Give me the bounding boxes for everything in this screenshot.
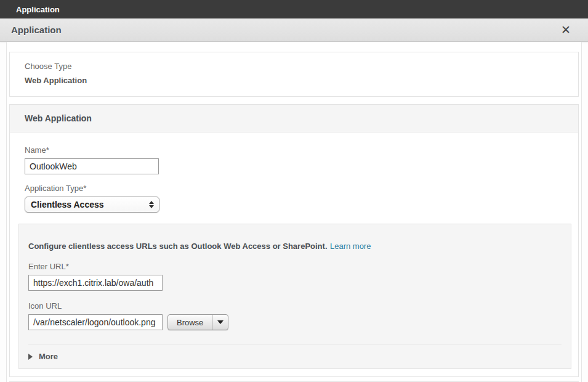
chevron-right-icon (28, 354, 33, 360)
learn-more-link[interactable]: Learn more (330, 242, 371, 251)
enter-url-input[interactable] (28, 275, 163, 291)
icon-url-label: Icon URL (28, 301, 562, 311)
select-stepper-icon (149, 201, 154, 208)
web-application-panel-title: Web Application (25, 113, 92, 123)
top-bar: Application (0, 0, 588, 18)
web-application-panel: Web Application Name* Application Type* … (9, 104, 579, 377)
clientless-access-section: Configure clientless access URLs such as… (18, 224, 571, 369)
choose-type-label: Choose Type (25, 62, 563, 71)
application-type-select[interactable]: Clientless Access (25, 197, 159, 213)
web-application-panel-header: Web Application (10, 105, 578, 132)
page-title: Application (11, 25, 62, 35)
browse-dropdown-button[interactable] (212, 315, 228, 330)
name-input[interactable] (25, 158, 159, 174)
enter-url-label: Enter URL* (28, 262, 562, 271)
icon-url-input[interactable] (28, 314, 163, 330)
web-application-panel-body: Name* Application Type* Clientless Acces… (10, 132, 578, 376)
application-type-label: Application Type* (25, 184, 565, 193)
title-bar: Application ✕ (0, 18, 588, 42)
caret-down-icon (217, 320, 224, 324)
choose-type-panel: Choose Type Web Application (9, 52, 579, 97)
close-icon[interactable]: ✕ (558, 23, 573, 37)
content-container: Choose Type Web Application Web Applicat… (6, 42, 582, 382)
browse-split-button: Browse (167, 314, 228, 330)
application-type-selected-value: Clientless Access (31, 200, 104, 209)
name-label: Name* (25, 145, 565, 155)
browse-button[interactable]: Browse (168, 315, 212, 330)
choose-type-value: Web Application (25, 76, 563, 85)
clientless-description: Configure clientless access URLs such as… (28, 242, 328, 251)
more-label: More (39, 352, 58, 361)
more-expander[interactable]: More (28, 344, 562, 368)
top-bar-title: Application (16, 5, 60, 14)
